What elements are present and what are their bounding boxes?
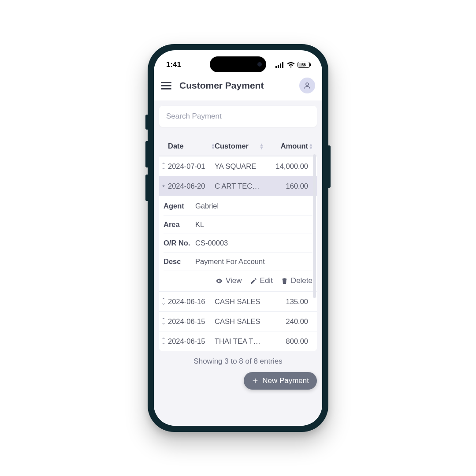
svg-rect-0: [275, 66, 277, 68]
new-payment-button[interactable]: New Payment: [244, 372, 317, 390]
cellular-icon: [275, 62, 284, 68]
plus-icon: [252, 377, 259, 384]
sort-icon: ▲▼: [309, 143, 313, 149]
delete-button[interactable]: Delete: [281, 276, 312, 285]
col-customer[interactable]: Customer▲▼: [215, 142, 263, 150]
detail-value: CS-00003: [195, 239, 312, 247]
cell-customer: C ART TEC…: [215, 182, 261, 190]
expand-icon[interactable]: [159, 162, 168, 171]
page-title: Customer Payment: [179, 80, 291, 91]
dynamic-island: [210, 56, 266, 72]
eye-icon: [216, 277, 223, 285]
svg-rect-1: [278, 65, 279, 68]
view-button[interactable]: View: [216, 276, 242, 285]
user-icon: [303, 82, 311, 89]
cell-amount: 160.00: [263, 182, 313, 190]
phone-frame: 1:41 58 Customer Payment: [148, 44, 328, 432]
svg-point-4: [306, 83, 309, 86]
cell-customer: CASH SALES: [215, 317, 261, 326]
cell-customer: CASH SALES: [215, 298, 261, 306]
pencil-icon: [250, 277, 257, 285]
detail-label: O/R No.: [164, 239, 195, 247]
table-header-row: Date▲▼ Customer▲▼ Amount▲▼: [159, 137, 317, 156]
svg-rect-2: [280, 63, 281, 68]
trash-icon: [281, 277, 288, 285]
app-header: Customer Payment: [154, 75, 322, 100]
svg-rect-3: [282, 62, 283, 68]
table-row[interactable]: 2024-07-01 YA SQUARE 14,000.00: [159, 156, 317, 176]
detail-label: Agent: [164, 202, 195, 210]
cell-amount: 240.00: [263, 317, 313, 326]
wifi-icon: [287, 62, 295, 68]
cell-customer: THAI TEA T…: [215, 337, 261, 346]
table-row[interactable]: 2024-06-16 CASH SALES 135.00: [159, 292, 317, 312]
cell-date: 2024-06-15: [168, 337, 215, 346]
table-row[interactable]: 2024-06-15 THAI TEA T… 800.00: [159, 331, 317, 351]
collapse-icon[interactable]: [159, 182, 168, 190]
col-date[interactable]: Date▲▼: [168, 142, 215, 150]
cell-date: 2024-06-16: [168, 298, 215, 306]
battery-icon: 58: [298, 62, 310, 68]
row-detail-panel: AgentGabriel AreaKL O/R No.CS-00003 Desc…: [159, 196, 317, 292]
payments-table: Date▲▼ Customer▲▼ Amount▲▼ 2024-07-01 YA…: [159, 137, 317, 351]
detail-label: Area: [164, 220, 195, 229]
profile-avatar[interactable]: [299, 78, 315, 93]
cell-amount: 800.00: [263, 337, 313, 346]
search-input[interactable]: [159, 106, 317, 127]
pager-text: Showing 3 to 8 of 8 entries: [159, 351, 317, 368]
expand-icon[interactable]: [159, 317, 168, 326]
cell-date: 2024-07-01: [168, 162, 215, 171]
table-row[interactable]: 2024-06-15 CASH SALES 240.00: [159, 312, 317, 331]
table-row[interactable]: 2024-06-20 C ART TEC… 160.00: [159, 176, 317, 196]
detail-value: Gabriel: [195, 202, 312, 210]
expand-icon[interactable]: [159, 337, 168, 346]
col-amount[interactable]: Amount▲▼: [263, 142, 313, 150]
cell-amount: 135.00: [263, 298, 313, 306]
cell-date: 2024-06-15: [168, 317, 215, 326]
menu-icon[interactable]: [161, 80, 171, 91]
detail-label: Desc: [164, 257, 195, 266]
scrollbar[interactable]: [313, 154, 316, 298]
edit-button[interactable]: Edit: [250, 276, 273, 285]
status-time: 1:41: [166, 60, 181, 69]
cell-customer: YA SQUARE: [215, 162, 261, 171]
screen: 1:41 58 Customer Payment: [154, 50, 322, 426]
cell-date: 2024-06-20: [168, 182, 215, 190]
detail-value: Payment For Account: [195, 257, 312, 266]
expand-icon[interactable]: [159, 297, 168, 306]
detail-value: KL: [195, 220, 312, 229]
cell-amount: 14,000.00: [263, 162, 313, 171]
